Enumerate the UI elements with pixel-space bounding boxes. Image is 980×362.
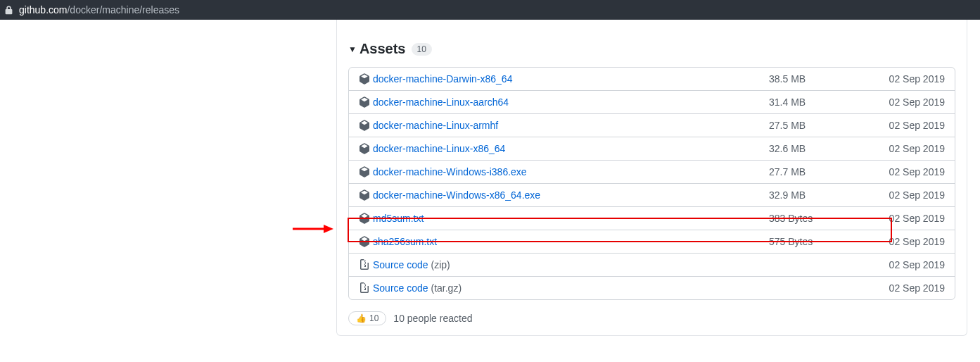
thumbs-up-icon: 👍	[356, 313, 367, 323]
assets-count-badge: 10	[412, 43, 432, 56]
asset-date: 02 Sep 2019	[882, 73, 945, 85]
asset-date: 02 Sep 2019	[882, 96, 945, 108]
package-icon	[359, 143, 370, 154]
asset-size: 27.5 MB	[769, 120, 882, 131]
caret-down-icon: ▼	[348, 44, 357, 54]
package-icon	[359, 73, 370, 85]
asset-link[interactable]: md5sum.txt	[373, 213, 424, 224]
asset-date: 02 Sep 2019	[882, 282, 945, 294]
asset-date: 02 Sep 2019	[882, 189, 945, 201]
assets-title: Assets	[359, 41, 406, 57]
asset-size: 27.7 MB	[769, 166, 882, 177]
package-icon	[359, 96, 370, 108]
asset-row: docker-machine-Darwin-x86_6438.5 MB02 Se…	[349, 68, 955, 90]
asset-row: sha256sum.txt575 Bytes02 Sep 2019	[349, 230, 955, 253]
file-zip-icon	[359, 259, 370, 270]
asset-date: 02 Sep 2019	[882, 259, 945, 270]
asset-row: Source code (tar.gz)02 Sep 2019	[349, 276, 955, 299]
url-path: /docker/machine/releases	[67, 4, 179, 15]
package-icon	[359, 120, 370, 131]
thumbs-up-reaction[interactable]: 👍 10	[348, 311, 386, 325]
asset-link[interactable]: Source code (zip)	[373, 259, 450, 270]
asset-size: 32.9 MB	[769, 189, 882, 201]
asset-link[interactable]: Source code (tar.gz)	[373, 282, 462, 294]
package-icon	[359, 236, 370, 247]
asset-link[interactable]: docker-machine-Darwin-x86_64	[373, 73, 512, 85]
asset-link[interactable]: docker-machine-Windows-i386.exe	[373, 166, 527, 177]
reactions-bar: 👍 10 10 people reacted	[348, 311, 955, 325]
package-icon	[359, 189, 370, 201]
asset-link[interactable]: docker-machine-Linux-x86_64	[373, 143, 505, 154]
lock-icon	[4, 6, 13, 15]
archive-format-label: (zip)	[428, 259, 450, 270]
asset-link[interactable]: docker-machine-Windows-x86_64.exe	[373, 189, 540, 201]
url-host: github.com	[19, 4, 67, 15]
asset-row: docker-machine-Linux-aarch6431.4 MB02 Se…	[349, 90, 955, 113]
asset-link[interactable]: sha256sum.txt	[373, 236, 437, 247]
asset-row: docker-machine-Linux-armhf27.5 MB02 Sep …	[349, 113, 955, 137]
asset-size: 32.6 MB	[769, 143, 882, 154]
svg-marker-1	[324, 225, 333, 233]
arrow-annotation	[291, 222, 333, 238]
asset-date: 02 Sep 2019	[882, 236, 945, 247]
asset-date: 02 Sep 2019	[882, 120, 945, 131]
reaction-summary: 10 people reacted	[393, 313, 472, 324]
assets-header[interactable]: ▼ Assets 10	[337, 20, 967, 67]
asset-size: 383 Bytes	[769, 213, 882, 224]
asset-row: docker-machine-Windows-i386.exe27.7 MB02…	[349, 160, 955, 183]
asset-size: 38.5 MB	[769, 73, 882, 85]
asset-date: 02 Sep 2019	[882, 143, 945, 154]
asset-link[interactable]: docker-machine-Linux-aarch64	[373, 96, 509, 108]
asset-row: md5sum.txt383 Bytes02 Sep 2019	[349, 206, 955, 230]
asset-row: docker-machine-Windows-x86_64.exe32.9 MB…	[349, 183, 955, 206]
asset-size: 31.4 MB	[769, 96, 882, 108]
assets-list: docker-machine-Darwin-x86_6438.5 MB02 Se…	[348, 67, 955, 300]
release-panel: ▼ Assets 10 docker-machine-Darwin-x86_64…	[336, 20, 967, 336]
archive-format-label: (tar.gz)	[428, 282, 462, 294]
package-icon	[359, 213, 370, 224]
browser-address-bar[interactable]: github.com/docker/machine/releases	[0, 0, 980, 20]
asset-row: Source code (zip)02 Sep 2019	[349, 253, 955, 276]
asset-size: 575 Bytes	[769, 236, 882, 247]
asset-row: docker-machine-Linux-x86_6432.6 MB02 Sep…	[349, 137, 955, 160]
file-zip-icon	[359, 282, 370, 294]
asset-date: 02 Sep 2019	[882, 166, 945, 177]
thumbs-up-count: 10	[369, 313, 378, 323]
asset-link[interactable]: docker-machine-Linux-armhf	[373, 120, 498, 131]
package-icon	[359, 166, 370, 177]
asset-date: 02 Sep 2019	[882, 213, 945, 224]
